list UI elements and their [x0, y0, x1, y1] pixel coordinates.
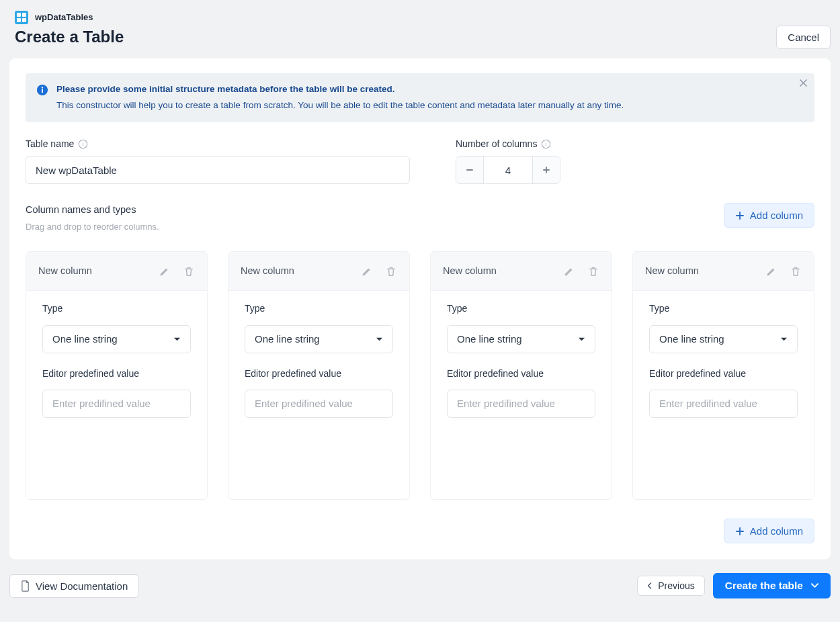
edit-icon[interactable] [563, 265, 575, 277]
help-icon[interactable]: i [78, 139, 88, 149]
decrement-button[interactable] [456, 157, 483, 183]
svg-rect-6 [42, 89, 43, 93]
svg-point-5 [42, 87, 43, 88]
section-subtext: Drag and drop to reorder columns. [26, 221, 159, 234]
column-card-header: New column [633, 252, 814, 291]
predefined-label: Editor predefined value [447, 367, 595, 380]
caret-down-icon [173, 337, 181, 342]
predefined-input[interactable] [649, 390, 798, 418]
document-icon [21, 580, 30, 592]
add-column-label: Add column [750, 210, 803, 221]
predefined-label: Editor predefined value [649, 367, 798, 380]
edit-icon[interactable] [765, 265, 778, 277]
footer-bar: View Documentation Previous Create the t… [9, 570, 831, 607]
type-select[interactable]: One line string [447, 325, 595, 353]
help-icon[interactable]: i [541, 139, 551, 149]
type-value: One line string [457, 332, 522, 347]
edit-icon[interactable] [361, 265, 373, 277]
caret-down-icon [376, 337, 383, 342]
predefined-input[interactable] [245, 390, 393, 418]
column-card: New column Type One line string Editor p… [228, 251, 410, 500]
type-label: Type [42, 302, 191, 315]
edit-icon[interactable] [159, 265, 171, 277]
svg-rect-1 [22, 13, 26, 17]
columns-list: New column Type One line string Editor p… [26, 251, 814, 500]
type-label: Type [245, 302, 393, 315]
view-docs-button[interactable]: View Documentation [9, 574, 139, 598]
trash-icon[interactable] [587, 265, 599, 277]
predefined-input[interactable] [42, 390, 191, 418]
trash-icon[interactable] [385, 265, 397, 277]
brand-logo [15, 11, 28, 24]
num-columns-label-text: Number of columns [456, 137, 537, 150]
trash-icon[interactable] [183, 265, 195, 277]
columns-stepper: 4 [456, 156, 560, 184]
type-label: Type [447, 302, 595, 315]
predefined-label: Editor predefined value [245, 367, 393, 380]
chevron-left-icon [647, 582, 653, 590]
caret-down-icon [811, 583, 818, 588]
column-name: New column [645, 264, 699, 278]
columns-value: 4 [483, 157, 533, 183]
alert-close[interactable] [799, 79, 808, 87]
trash-icon[interactable] [790, 265, 802, 277]
section-heading: Column names and types [26, 203, 159, 217]
increment-button[interactable] [533, 157, 560, 183]
caret-down-icon [578, 337, 585, 342]
svg-text:i: i [83, 140, 84, 147]
column-card: New column Type One line string Editor p… [632, 251, 814, 500]
column-name: New column [443, 264, 497, 278]
svg-text:i: i [546, 140, 547, 147]
svg-rect-3 [22, 18, 26, 22]
info-alert: Please provide some initial structure me… [26, 73, 814, 122]
type-value: One line string [52, 332, 118, 347]
add-column-button-top[interactable]: Add column [724, 203, 814, 228]
column-card: New column Type One line string Editor p… [26, 251, 208, 500]
column-card-header: New column [228, 252, 409, 291]
info-icon [36, 84, 48, 96]
type-value: One line string [659, 332, 724, 347]
column-name: New column [38, 264, 92, 278]
column-card: New column Type One line string Editor p… [430, 251, 612, 500]
column-card-header: New column [431, 252, 612, 291]
create-table-button[interactable]: Create the table [713, 573, 831, 598]
svg-rect-2 [17, 18, 21, 22]
type-value: One line string [255, 332, 320, 347]
type-select[interactable]: One line string [42, 325, 191, 353]
alert-title: Please provide some initial structure me… [56, 83, 624, 96]
predefined-label: Editor predefined value [42, 367, 191, 380]
main-card: Please provide some initial structure me… [9, 58, 831, 560]
svg-rect-0 [17, 13, 21, 17]
alert-desc: This constructor will help you to create… [56, 99, 624, 112]
previous-label: Previous [658, 580, 694, 591]
table-name-input[interactable] [26, 156, 410, 184]
table-name-label: Table name i [26, 137, 410, 150]
previous-button[interactable]: Previous [637, 576, 704, 596]
table-name-label-text: Table name [26, 137, 74, 150]
column-name: New column [241, 264, 294, 278]
cancel-button[interactable]: Cancel [776, 26, 831, 49]
type-label: Type [649, 302, 798, 315]
page-title: Create a Table [15, 26, 124, 49]
header: wpDataTables [9, 0, 831, 26]
add-column-label: Add column [750, 525, 803, 537]
create-table-label: Create the table [725, 580, 803, 592]
add-column-button-bottom[interactable]: Add column [724, 519, 814, 543]
caret-down-icon [780, 337, 788, 342]
predefined-input[interactable] [447, 390, 595, 418]
num-columns-label: Number of columns i [456, 137, 560, 150]
type-select[interactable]: One line string [649, 325, 798, 353]
column-card-header: New column [26, 252, 207, 291]
brand-name: wpDataTables [35, 11, 93, 24]
plus-icon [735, 527, 745, 536]
view-docs-label: View Documentation [36, 580, 128, 592]
plus-icon [735, 211, 745, 220]
type-select[interactable]: One line string [245, 325, 393, 353]
